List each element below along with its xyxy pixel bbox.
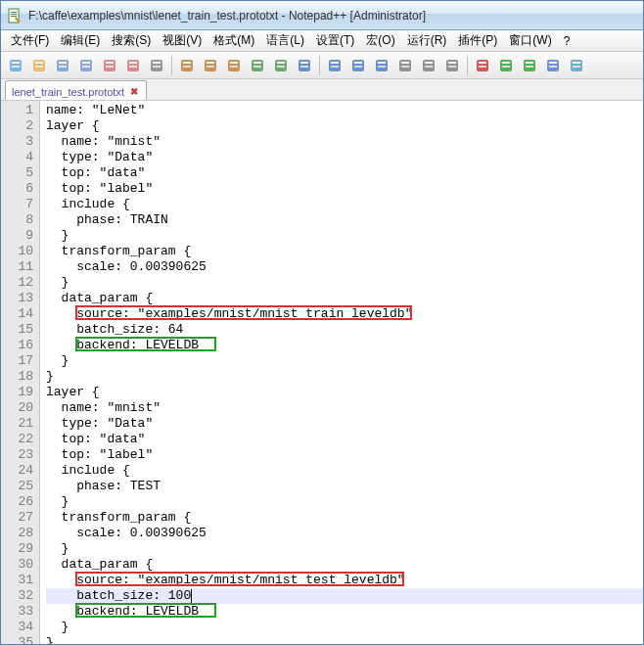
line-number: 9 xyxy=(3,228,33,244)
code-line[interactable]: source: "examples/mnist/mnist_test_level… xyxy=(46,573,643,588)
menu-item-7[interactable]: 宏(O) xyxy=(360,30,400,51)
code-line[interactable]: batch_size: 64 xyxy=(46,322,643,338)
code-line[interactable]: name: "mnist" xyxy=(46,134,643,150)
code-line[interactable]: } xyxy=(46,369,643,385)
code-line[interactable]: include { xyxy=(46,197,643,212)
redo-icon[interactable] xyxy=(270,55,292,76)
code-line[interactable]: } xyxy=(46,275,643,291)
code-line[interactable]: transform_param { xyxy=(46,510,643,526)
code-line[interactable]: batch_size: 100 xyxy=(46,588,643,604)
show-all-chars-icon[interactable] xyxy=(418,55,439,76)
code-line[interactable]: top: "data" xyxy=(46,432,643,447)
menu-item-9[interactable]: 插件(P) xyxy=(452,30,503,51)
line-number: 11 xyxy=(3,259,33,275)
code-line[interactable]: } xyxy=(46,353,643,369)
print-icon[interactable] xyxy=(146,55,167,76)
code-line[interactable]: phase: TEST xyxy=(46,479,643,494)
code-line[interactable]: top: "data" xyxy=(46,165,643,181)
code-line[interactable]: top: "label" xyxy=(46,181,643,197)
line-number: 18 xyxy=(3,369,33,385)
new-file-icon[interactable] xyxy=(5,55,26,76)
svg-rect-12 xyxy=(59,66,67,68)
code-line[interactable]: type: "Data" xyxy=(46,416,643,432)
macro-save-icon[interactable] xyxy=(542,55,564,76)
code-line[interactable]: source: "examples/mnist/mnist_train_leve… xyxy=(46,306,643,322)
open-file-icon[interactable] xyxy=(28,55,50,76)
zoom-out-icon[interactable] xyxy=(371,55,392,76)
file-tab[interactable]: lenet_train_test.prototxt ✖ xyxy=(5,80,147,100)
macro-play-icon[interactable] xyxy=(495,55,517,76)
code-line[interactable]: phase: TRAIN xyxy=(46,212,643,228)
code-line[interactable]: name: "LeNet" xyxy=(46,103,643,118)
svg-rect-6 xyxy=(12,66,20,68)
menu-item-6[interactable]: 设置(T) xyxy=(310,30,360,51)
svg-rect-54 xyxy=(401,66,409,68)
save-icon[interactable] xyxy=(52,55,73,76)
svg-rect-32 xyxy=(230,62,238,64)
line-number: 15 xyxy=(3,322,33,338)
svg-rect-33 xyxy=(230,66,238,68)
paste-icon[interactable] xyxy=(223,55,245,76)
app-icon xyxy=(7,8,23,23)
svg-rect-17 xyxy=(106,62,114,64)
close-icon[interactable] xyxy=(99,55,120,76)
menu-item-2[interactable]: 搜索(S) xyxy=(106,30,157,51)
code-line[interactable]: transform_param { xyxy=(46,244,643,259)
svg-rect-51 xyxy=(378,66,386,68)
save-all-icon[interactable] xyxy=(75,55,97,76)
line-number: 27 xyxy=(3,510,33,526)
line-number: 21 xyxy=(3,416,33,432)
code-line[interactable]: type: "Data" xyxy=(46,150,643,165)
menu-item-0[interactable]: 文件(F) xyxy=(5,30,55,51)
close-all-icon[interactable] xyxy=(122,55,144,76)
macro-play-multi-icon[interactable] xyxy=(519,55,540,76)
toolbar-separator xyxy=(319,56,320,75)
menu-item-10[interactable]: 窗口(W) xyxy=(503,30,557,51)
eye-icon[interactable] xyxy=(566,55,587,76)
code-line[interactable]: } xyxy=(46,228,643,244)
svg-rect-8 xyxy=(35,62,43,64)
line-number: 31 xyxy=(3,573,33,588)
svg-rect-14 xyxy=(82,62,90,64)
code-line[interactable]: data_param { xyxy=(46,291,643,306)
code-line[interactable]: include { xyxy=(46,463,643,479)
code-line[interactable]: scale: 0.00390625 xyxy=(46,259,643,275)
svg-rect-15 xyxy=(82,66,90,68)
code-line[interactable]: data_param { xyxy=(46,557,643,573)
svg-rect-30 xyxy=(207,66,214,68)
zoom-in-icon[interactable] xyxy=(347,55,369,76)
code-line[interactable]: layer { xyxy=(46,118,643,134)
code-line[interactable]: } xyxy=(46,494,643,510)
code-line[interactable]: scale: 0.00390625 xyxy=(46,526,643,541)
macro-record-icon[interactable] xyxy=(472,55,493,76)
code-line[interactable]: } xyxy=(46,635,643,645)
menu-item-5[interactable]: 语言(L) xyxy=(260,30,310,51)
copy-icon[interactable] xyxy=(200,55,221,76)
code-line[interactable]: backend: LEVELDB xyxy=(46,604,643,620)
code-line[interactable]: } xyxy=(46,541,643,557)
svg-rect-66 xyxy=(502,66,510,68)
menu-item-8[interactable]: 运行(R) xyxy=(401,30,453,51)
code-line[interactable]: top: "label" xyxy=(46,447,643,463)
line-number: 17 xyxy=(3,353,33,369)
svg-rect-47 xyxy=(354,62,362,64)
line-number-gutter: 1234567891011121314151617181920212223242… xyxy=(1,101,40,644)
menu-item-4[interactable]: 格式(M) xyxy=(207,30,260,51)
menu-item-11[interactable]: ? xyxy=(558,32,576,50)
code-line[interactable]: name: "mnist" xyxy=(46,400,643,416)
tab-bar: lenet_train_test.prototxt ✖ xyxy=(1,79,643,101)
undo-icon[interactable] xyxy=(247,55,268,76)
code-line[interactable]: backend: LEVELDB xyxy=(46,338,643,353)
indent-guide-icon[interactable] xyxy=(441,55,463,76)
tab-close-icon[interactable]: ✖ xyxy=(128,86,140,98)
menu-item-3[interactable]: 视图(V) xyxy=(157,30,207,51)
editor[interactable]: 1234567891011121314151617181920212223242… xyxy=(1,101,643,644)
cut-icon[interactable] xyxy=(176,55,198,76)
wrap-icon[interactable] xyxy=(394,55,416,76)
code-line[interactable]: } xyxy=(46,620,643,635)
replace-icon[interactable] xyxy=(324,55,345,76)
code-line[interactable]: layer { xyxy=(46,385,643,400)
code-area[interactable]: name: "LeNet"layer { name: "mnist" type:… xyxy=(40,101,643,644)
menu-item-1[interactable]: 编辑(E) xyxy=(55,30,106,51)
find-icon[interactable] xyxy=(294,55,315,76)
